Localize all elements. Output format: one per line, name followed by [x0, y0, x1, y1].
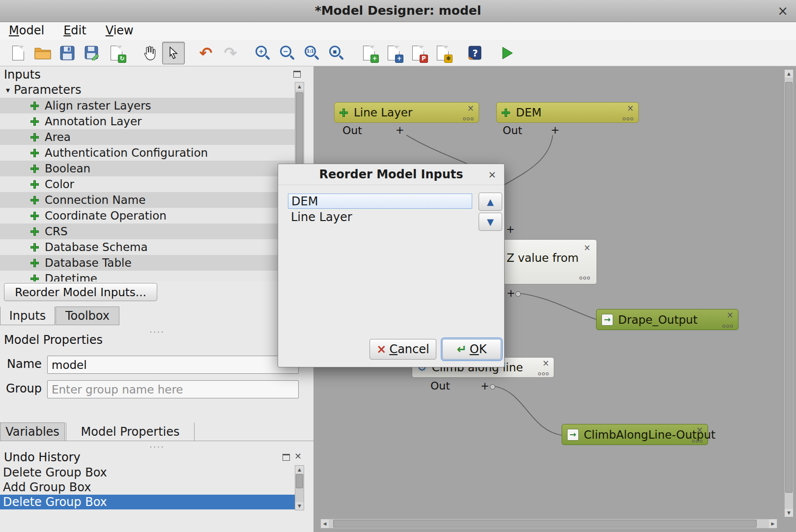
open-model-button[interactable] [31, 42, 54, 64]
export-layout-button[interactable]: + [382, 42, 405, 64]
dialog-list-item[interactable]: Line Layer [288, 209, 472, 224]
plus-port-label[interactable]: + [481, 380, 489, 392]
layout-badge: + [395, 55, 403, 63]
plus-port-label[interactable]: + [507, 287, 515, 299]
tree-item[interactable]: Color [0, 176, 295, 192]
tab-variables[interactable]: Variables [0, 422, 65, 441]
tree-item[interactable]: Align raster Layers [0, 98, 295, 113]
scroll-up-button[interactable]: ▲ [295, 83, 304, 90]
export-image-button[interactable]: + [358, 42, 380, 64]
node-comment-dots-icon[interactable]: ooo [623, 116, 634, 122]
splitter-handle[interactable]: ···· [138, 328, 177, 337]
output-socket[interactable] [515, 291, 521, 297]
help-button[interactable]: ? [464, 42, 486, 64]
pan-tool-button[interactable] [138, 42, 160, 64]
tree-item[interactable]: Area [0, 129, 295, 145]
out-port-label: Out [430, 380, 450, 392]
save-model-button[interactable] [56, 42, 79, 64]
menubar: Model Edit View [0, 22, 796, 40]
tree-item[interactable]: Database Schema [0, 239, 295, 255]
export-model-button[interactable]: ↻ [105, 42, 128, 64]
new-model-button[interactable] [7, 42, 29, 64]
export-pdf-button[interactable]: P [407, 42, 429, 64]
node-comment-dots-icon[interactable]: ooo [463, 116, 474, 122]
node-collapse-icon[interactable]: × [542, 359, 549, 367]
tree-group-label: Parameters [14, 83, 81, 97]
undo-list-scrollbar[interactable]: ▲ ▼ [295, 465, 304, 510]
tree-item[interactable]: Database Table [0, 255, 295, 271]
reorder-model-inputs-button[interactable]: Reorder Model Inputs... [4, 283, 157, 301]
select-cursor-icon [168, 46, 179, 60]
node-collapse-icon[interactable]: × [727, 311, 734, 319]
ok-button[interactable]: ↵ OK [442, 339, 501, 360]
tree-item[interactable]: Annotation Layer [0, 113, 295, 129]
node-collapse-icon[interactable]: × [696, 426, 703, 434]
parameter-plus-icon [30, 275, 39, 282]
tree-item[interactable]: Boolean [0, 161, 295, 176]
model-group-input[interactable] [47, 380, 299, 398]
undo-history-item-selected[interactable]: Delete Group Box [0, 495, 295, 509]
dialog-close-button[interactable]: × [488, 169, 496, 180]
menu-model[interactable]: Model [1, 22, 52, 39]
tree-item-label: CRS [45, 225, 68, 238]
plus-port-label[interactable]: + [506, 224, 515, 235]
tree-item[interactable]: Datetime [0, 271, 295, 281]
scroll-down-button[interactable]: ▼ [295, 502, 304, 510]
scroll-up-button[interactable]: ▲ [295, 466, 304, 474]
node-comment-dots-icon[interactable]: ooo [722, 323, 734, 329]
node-collapse-icon[interactable]: × [467, 104, 474, 112]
model-node-line-layer[interactable]: Line Layer × ooo [334, 102, 479, 123]
tab-model-properties[interactable]: Model Properties [66, 422, 195, 441]
save-model-as-button[interactable] [81, 42, 103, 64]
tree-item[interactable]: CRS [0, 224, 295, 239]
cancel-button[interactable]: × Cancel [370, 339, 436, 360]
node-collapse-icon[interactable]: × [627, 104, 634, 112]
splitter-handle[interactable]: ···· [138, 443, 177, 452]
dock-float-icon[interactable] [283, 454, 290, 461]
node-comment-dots-icon[interactable]: ooo [579, 275, 591, 281]
tab-toolbox[interactable]: Toolbox [56, 307, 119, 325]
zoom-in-button[interactable]: + [252, 42, 274, 64]
node-collapse-icon[interactable]: × [584, 244, 591, 252]
undo-button[interactable]: ↶ [195, 42, 217, 64]
node-comment-dots-icon[interactable]: ooo [692, 438, 703, 444]
output-socket[interactable] [490, 384, 495, 390]
zoom-out-icon: − [280, 45, 295, 61]
tree-item[interactable]: Coordinate Operation [0, 208, 295, 224]
dock-close-icon[interactable]: × [294, 452, 302, 459]
undo-history-title: Undo History [4, 450, 81, 464]
zoom-out-button[interactable]: − [276, 42, 299, 64]
plus-port-label[interactable]: + [396, 124, 404, 136]
move-down-button[interactable]: ▼ [479, 213, 502, 231]
zoom-actual-button[interactable]: 1:1 [301, 42, 323, 64]
model-name-input[interactable] [47, 356, 299, 374]
menu-view[interactable]: View [98, 22, 142, 39]
scrollbar-thumb[interactable] [296, 474, 303, 488]
export-script-button[interactable]: ✱ [431, 42, 454, 64]
plus-port-label[interactable]: + [551, 124, 560, 136]
select-tool-button[interactable] [162, 42, 185, 64]
window-titlebar: *Model Designer: model × [0, 0, 796, 22]
model-node-dem[interactable]: DEM × ooo [496, 102, 639, 123]
tab-inputs[interactable]: Inputs [0, 307, 55, 325]
tree-item[interactable]: Authentication Configuration [0, 145, 295, 161]
node-comment-dots-icon[interactable]: ooo [538, 371, 549, 377]
star-badge: ✱ [444, 55, 453, 63]
redo-button[interactable]: ↷ [219, 42, 242, 64]
move-up-button[interactable]: ▲ [479, 193, 502, 211]
tree-group-parameters[interactable]: ▾ Parameters [0, 82, 295, 98]
dock-float-icon[interactable] [293, 71, 301, 78]
undo-item-label: Add Group Box [3, 480, 91, 494]
run-model-button[interactable] [496, 42, 519, 64]
undo-history-item[interactable]: Delete Group Box [0, 465, 295, 480]
menu-edit[interactable]: Edit [56, 22, 94, 39]
tree-item[interactable]: Connection Name [0, 192, 295, 208]
undo-history-item[interactable]: Add Group Box [0, 480, 295, 495]
zoom-full-button[interactable]: ▪ [325, 42, 348, 64]
window-close-button[interactable]: × [777, 3, 788, 19]
ok-label: OK [470, 342, 487, 356]
zoom-full-icon: ▪ [329, 45, 344, 61]
model-node-climb-output[interactable]: → ClimbAlongLine-Output × ooo [562, 424, 708, 445]
model-node-drape-output[interactable]: → Drape_Output × ooo [596, 309, 739, 330]
dialog-list-item-selected[interactable]: DEM [288, 194, 472, 209]
